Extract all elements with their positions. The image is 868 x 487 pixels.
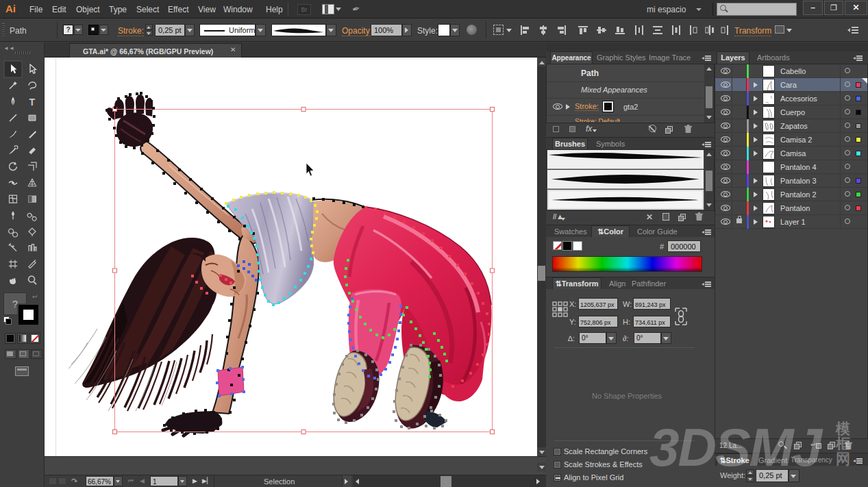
svg-text:T: T: [29, 97, 36, 108]
